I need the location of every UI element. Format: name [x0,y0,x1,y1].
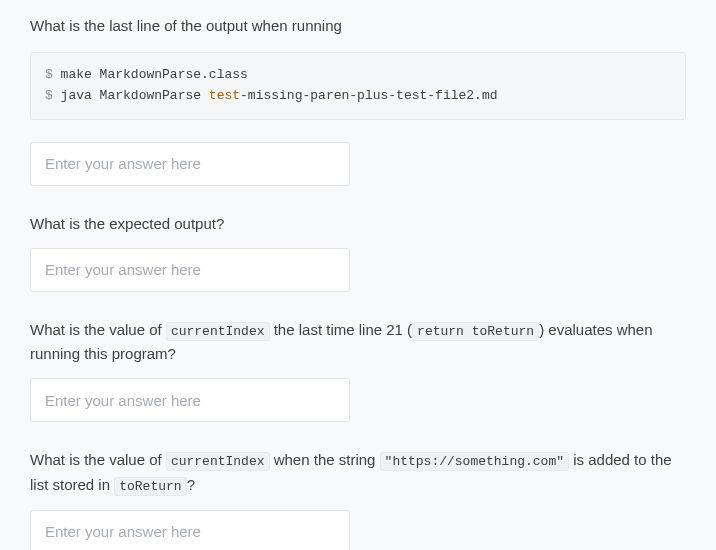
code-block: $ make MarkdownParse.class $ java Markdo… [30,52,686,120]
question-4: What is the value of currentIndex when t… [30,448,686,550]
answer-input-4[interactable] [30,510,350,550]
code-return-toreturn: return toReturn [412,322,539,341]
question-4-text: What is the value of currentIndex when t… [30,448,686,498]
question-2: What is the expected output? [30,212,686,292]
code-currentindex: currentIndex [166,452,270,471]
question-3-text: What is the value of currentIndex the la… [30,318,686,367]
question-3: What is the value of currentIndex the la… [30,318,686,423]
answer-input-1[interactable] [30,142,350,186]
code-url-string: "https://something.com" [380,452,569,471]
q3-text-b: the last time line 21 ( [270,321,413,338]
answer-input-3[interactable] [30,378,350,422]
q4-text-b: when the string [270,451,380,468]
quiz-container: What is the last line of the output when… [0,0,716,550]
shell-prompt: $ [45,67,53,82]
code-currentindex: currentIndex [166,322,270,341]
question-2-text: What is the expected output? [30,212,686,236]
question-1-text: What is the last line of the output when… [30,14,686,38]
answer-input-2[interactable] [30,248,350,292]
code-arg: test [209,88,240,103]
code-toreturn: toReturn [114,477,186,496]
code-line-2b: -missing-paren-plus-test-file2.md [240,88,497,103]
q3-text-a: What is the value of [30,321,166,338]
code-line-1: make MarkdownParse.class [53,67,248,82]
q4-text-a: What is the value of [30,451,166,468]
shell-prompt: $ [45,88,53,103]
code-line-2a: java MarkdownParse [53,88,209,103]
question-1: What is the last line of the output when… [30,14,686,186]
q4-text-d: ? [187,476,195,493]
